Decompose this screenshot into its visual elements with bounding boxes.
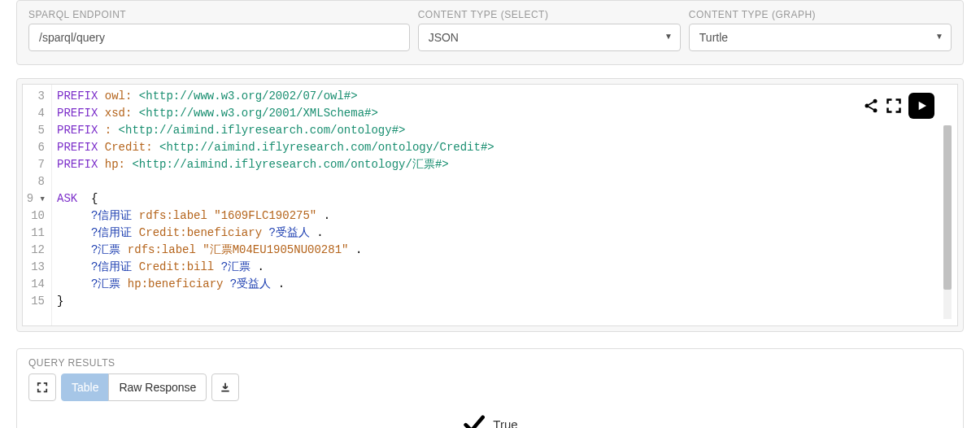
check-icon xyxy=(462,413,485,428)
fullscreen-icon[interactable] xyxy=(886,98,902,114)
select-type-label: CONTENT TYPE (SELECT) xyxy=(418,9,681,20)
code-area[interactable]: PREFIX owl: <http://www.w3.org/2002/07/o… xyxy=(52,85,957,325)
results-header: QUERY RESULTS xyxy=(28,357,952,369)
graph-type-group: CONTENT TYPE (GRAPH) Turtle xyxy=(689,9,952,51)
result-body: True xyxy=(28,401,952,428)
endpoint-group: SPARQL ENDPOINT xyxy=(28,9,410,51)
sparql-editor[interactable]: 3456789 ▼101112131415 PREFIX owl: <http:… xyxy=(22,84,958,326)
graph-type-label: CONTENT TYPE (GRAPH) xyxy=(689,9,952,20)
run-query-button[interactable] xyxy=(908,93,934,119)
result-value: True xyxy=(493,417,517,429)
download-results-button[interactable] xyxy=(211,373,239,401)
editor-scrollbar[interactable] xyxy=(943,125,952,319)
scrollbar-thumb[interactable] xyxy=(943,125,952,290)
svg-point-2 xyxy=(873,108,878,112)
query-editor-panel: 3456789 ▼101112131415 PREFIX owl: <http:… xyxy=(16,78,964,332)
select-type-group: CONTENT TYPE (SELECT) JSON xyxy=(418,9,681,51)
results-fullscreen-button[interactable] xyxy=(28,373,56,401)
share-icon[interactable] xyxy=(863,98,879,114)
results-view-tabs: Table Raw Response xyxy=(61,373,207,401)
tab-table[interactable]: Table xyxy=(61,373,109,401)
config-panel: SPARQL ENDPOINT CONTENT TYPE (SELECT) JS… xyxy=(16,0,964,65)
svg-point-0 xyxy=(873,99,878,103)
results-panel: QUERY RESULTS Table Raw Response True xyxy=(16,348,964,428)
results-toolbar: Table Raw Response xyxy=(28,373,952,401)
svg-point-1 xyxy=(865,104,869,108)
tab-raw-response[interactable]: Raw Response xyxy=(108,373,207,401)
endpoint-input[interactable] xyxy=(28,24,410,51)
line-gutter: 3456789 ▼101112131415 xyxy=(23,85,52,325)
result-value-row: True xyxy=(462,413,517,428)
editor-actions xyxy=(863,93,934,119)
endpoint-label: SPARQL ENDPOINT xyxy=(28,9,410,20)
graph-type-dropdown[interactable]: Turtle xyxy=(689,24,952,51)
select-type-dropdown[interactable]: JSON xyxy=(418,24,681,51)
